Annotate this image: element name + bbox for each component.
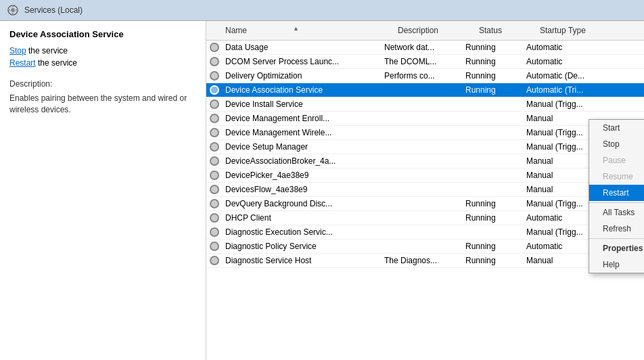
cell-status: Running (460, 211, 521, 225)
cell-status (460, 230, 521, 234)
table-row[interactable]: DevQuery Background Disc... Running Manu… (206, 197, 644, 211)
table-row[interactable]: Diagnostic Service Host The Diagnos... R… (206, 254, 644, 268)
table-row[interactable]: Device Install Service Manual (Trigg... (206, 97, 644, 112)
cell-desc: The DCOML... (379, 55, 460, 68)
col-header-name[interactable]: Name (220, 24, 392, 37)
gear-icon (210, 142, 219, 152)
gear-icon (210, 213, 219, 223)
col-header-desc[interactable]: Description (392, 24, 474, 37)
cell-desc (379, 230, 460, 234)
cell-name: Delivery Optimization (220, 69, 379, 83)
service-icon (206, 85, 220, 95)
stop-link-text: the service (26, 46, 68, 55)
table-row[interactable]: DCOM Server Process Launc... The DCOML..… (206, 55, 644, 69)
gear-icon (210, 99, 219, 109)
cell-name: DevicesFlow_4ae38e9 (220, 183, 379, 196)
svg-point-1 (11, 8, 15, 12)
cell-status (460, 159, 521, 163)
context-menu-item-resume: Resume (589, 168, 644, 185)
table-row[interactable]: Data Usage Network dat... Running Automa… (206, 41, 644, 55)
cell-status: Running (460, 240, 521, 253)
cell-status (460, 145, 521, 149)
context-menu-item-refresh[interactable]: Refresh (589, 221, 644, 237)
cell-name: Diagnostic Execution Servic... (220, 225, 379, 239)
stop-link-line: Stop the service (9, 46, 196, 55)
context-menu-item-start[interactable]: Start (589, 120, 644, 136)
context-menu-item-restart[interactable]: Restart (589, 185, 644, 201)
cell-desc (379, 88, 460, 92)
cell-status: Running (460, 197, 521, 210)
cell-startup: Automatic (521, 41, 609, 54)
service-icon (206, 171, 220, 180)
context-menu-separator (589, 238, 644, 239)
titlebar-text: Services (Local) (24, 5, 83, 15)
cell-desc (379, 159, 460, 163)
cell-desc (379, 202, 460, 206)
gear-icon (210, 227, 219, 237)
cell-name: DeviceAssociationBroker_4a... (220, 154, 379, 168)
service-icon (206, 185, 220, 194)
table-row[interactable]: Device Association Service Running Autom… (206, 83, 644, 97)
service-icon (206, 213, 220, 223)
context-menu-item-pause: Pause (589, 152, 644, 168)
description-label: Description: (9, 78, 196, 90)
title-bar: Services (Local) (0, 0, 644, 21)
table-row[interactable]: Device Management Wirele... Manual (Trig… (206, 126, 644, 140)
stop-link[interactable]: Stop (9, 46, 26, 55)
cell-desc (379, 131, 460, 135)
service-icon (206, 256, 220, 265)
cell-desc: Network dat... (379, 41, 460, 54)
table-header: Name ▲ Description Status Startup Type (206, 21, 644, 41)
cell-desc (379, 145, 460, 149)
context-menu-item-stop[interactable]: Stop (589, 136, 644, 152)
cell-status: Running (460, 83, 521, 97)
col-header-startup[interactable]: Startup Type (534, 24, 622, 37)
cell-status (460, 173, 521, 177)
cell-status (460, 102, 521, 106)
service-icon (206, 199, 220, 208)
cell-desc: The Diagnos... (379, 254, 460, 267)
gear-icon (210, 171, 219, 180)
titlebar-icon (7, 4, 19, 16)
table-row[interactable]: Device Management Enroll... Manual (206, 112, 644, 126)
cell-startup: Automatic (De... (521, 69, 609, 83)
gear-icon (210, 85, 219, 95)
cell-desc (379, 244, 460, 248)
cell-name: Device Management Wirele... (220, 126, 379, 139)
table-row[interactable]: DevicesFlow_4ae38e9 Manual (206, 183, 644, 197)
table-row[interactable]: Delivery Optimization Performs co... Run… (206, 69, 644, 83)
service-title: Device Association Service (9, 29, 196, 39)
right-panel: Name ▲ Description Status Startup Type D… (206, 21, 644, 360)
restart-link-text: the service (36, 58, 77, 68)
gear-icon (210, 256, 219, 265)
cell-startup: Automatic (Tri... (521, 83, 609, 97)
restart-link[interactable]: Restart (9, 58, 36, 68)
service-icon (206, 57, 220, 66)
cell-startup: Manual (Trigg... (521, 97, 609, 111)
cell-name: DCOM Server Process Launc... (220, 55, 379, 68)
service-icon (206, 43, 220, 52)
col-header-status[interactable]: Status (474, 24, 534, 37)
gear-icon (210, 128, 219, 137)
table-row[interactable]: DevicePicker_4ae38e9 Manual (206, 168, 644, 183)
cell-desc (379, 102, 460, 106)
table-row[interactable]: DeviceAssociationBroker_4a... Manual (206, 154, 644, 168)
main-container: Device Association Service Stop the serv… (0, 21, 644, 360)
cell-desc (379, 216, 460, 220)
cell-startup: Automatic (521, 55, 609, 68)
context-menu-item-help[interactable]: Help (589, 256, 644, 273)
context-menu-item-properties[interactable]: Properties (589, 240, 644, 256)
cell-name: DevicePicker_4ae38e9 (220, 168, 379, 182)
table-row[interactable]: Diagnostic Execution Servic... Manual (T… (206, 225, 644, 240)
gear-icon (210, 114, 219, 123)
cell-status (460, 187, 521, 192)
cell-name: Device Install Service (220, 97, 379, 111)
service-icon (206, 142, 220, 152)
cell-name: DevQuery Background Disc... (220, 197, 379, 210)
table-row[interactable]: Device Setup Manager Manual (Trigg... (206, 140, 644, 154)
cell-desc (379, 173, 460, 177)
restart-link-line: Restart the service (9, 58, 196, 68)
context-menu-item-all-tasks[interactable]: All Tasks▶ (589, 204, 644, 221)
table-row[interactable]: DHCP Client Running Automatic (206, 211, 644, 225)
table-row[interactable]: Diagnostic Policy Service Running Automa… (206, 240, 644, 254)
